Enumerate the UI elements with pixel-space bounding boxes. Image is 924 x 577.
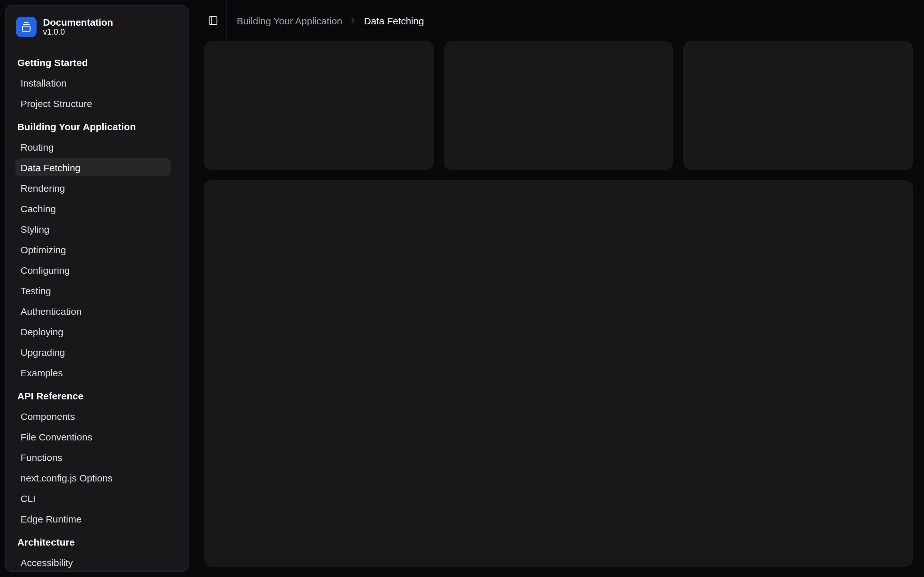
nav-group-label: Building Your Application: [15, 117, 171, 135]
sidebar-item-data-fetching[interactable]: Data Fetching: [15, 158, 171, 176]
breadcrumb-current: Data Fetching: [364, 15, 424, 26]
sidebar-item-testing[interactable]: Testing: [15, 282, 171, 300]
nav-group: ArchitectureAccessibility: [6, 533, 188, 571]
content-placeholder: [204, 180, 913, 567]
chevron-right-icon: [349, 16, 358, 25]
panel-left-icon: [208, 15, 218, 26]
sidebar-item-components[interactable]: Components: [15, 407, 171, 425]
placeholder-card-row: [204, 41, 913, 170]
sidebar-item-file-conventions[interactable]: File Conventions: [15, 428, 171, 446]
breadcrumb-parent-link[interactable]: Building Your Application: [237, 15, 342, 26]
app-version: v1.0.0: [43, 27, 113, 37]
sidebar: Documentation v1.0.0 Getting StartedInst…: [5, 5, 189, 572]
app-title: Documentation: [43, 17, 113, 27]
sidebar-item-rendering[interactable]: Rendering: [15, 179, 171, 197]
sidebar-title-block: Documentation v1.0.0: [43, 17, 113, 37]
gallery-vertical-end-icon: [21, 22, 31, 32]
sidebar-item-routing[interactable]: Routing: [15, 138, 171, 156]
sidebar-toggle-button[interactable]: [204, 11, 222, 29]
sidebar-item-functions[interactable]: Functions: [15, 448, 171, 466]
breadcrumb: Building Your Application Data Fetching: [237, 15, 424, 26]
sidebar-item-edge-runtime[interactable]: Edge Runtime: [15, 510, 171, 528]
app-root: Documentation v1.0.0 Getting StartedInst…: [0, 0, 924, 577]
placeholder-card: [684, 41, 913, 170]
sidebar-item-cli[interactable]: CLI: [15, 489, 171, 507]
sidebar-item-next-config-js-options[interactable]: next.config.js Options: [15, 469, 171, 487]
header-separator: [226, 0, 227, 41]
sidebar-item-upgrading[interactable]: Upgrading: [15, 343, 171, 361]
sidebar-item-styling[interactable]: Styling: [15, 220, 171, 238]
sidebar-nav: Getting StartedInstallationProject Struc…: [6, 53, 188, 571]
nav-group: API ReferenceComponentsFile ConventionsF…: [6, 387, 188, 528]
sidebar-item-caching[interactable]: Caching: [15, 199, 171, 218]
nav-group: Getting StartedInstallationProject Struc…: [6, 53, 188, 112]
main-header: Building Your Application Data Fetching: [194, 0, 924, 41]
sidebar-item-project-structure[interactable]: Project Structure: [15, 94, 171, 112]
nav-group-label: Getting Started: [15, 53, 171, 71]
placeholder-card: [444, 41, 673, 170]
app-logo-button[interactable]: [16, 17, 37, 37]
nav-group-label: API Reference: [15, 387, 171, 405]
sidebar-item-configuring[interactable]: Configuring: [15, 261, 171, 279]
sidebar-item-examples[interactable]: Examples: [15, 364, 171, 382]
sidebar-item-authentication[interactable]: Authentication: [15, 302, 171, 320]
nav-group: Building Your ApplicationRoutingData Fet…: [6, 117, 188, 382]
sidebar-item-deploying[interactable]: Deploying: [15, 322, 171, 340]
placeholder-card: [204, 41, 433, 170]
sidebar-item-optimizing[interactable]: Optimizing: [15, 240, 171, 258]
main-content: [204, 41, 913, 567]
nav-group-label: Architecture: [15, 533, 171, 551]
sidebar-item-accessibility[interactable]: Accessibility: [15, 553, 171, 571]
sidebar-header: Documentation v1.0.0: [16, 16, 178, 38]
sidebar-item-installation[interactable]: Installation: [15, 74, 171, 92]
